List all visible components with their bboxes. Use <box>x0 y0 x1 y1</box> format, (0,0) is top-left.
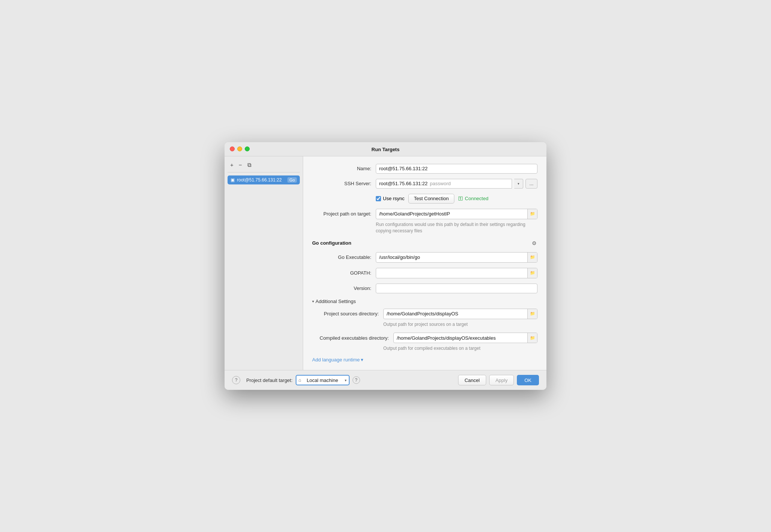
project-default-target: Project default target: ⌂ Local machine … <box>246 375 360 385</box>
ellipsis-label: ... <box>530 181 534 186</box>
minimize-window-button[interactable] <box>237 147 242 152</box>
version-control <box>376 284 537 293</box>
name-input[interactable] <box>376 164 537 174</box>
project-sources-browse-button[interactable]: 📁 <box>527 309 537 319</box>
gear-button[interactable]: ⚙ <box>531 239 537 247</box>
additional-settings-title: Additional Settings <box>316 299 356 304</box>
project-sources-control: 📁 <box>383 309 537 319</box>
project-path-browse-button[interactable]: 📁 <box>527 209 537 219</box>
folder-icon-go: 📁 <box>530 255 535 260</box>
dialog-body: + − ⧉ ▣ root@51.75.66.131:22 Go Name: <box>225 156 546 370</box>
ssh-server-value: root@51.75.66.131:22 <box>379 181 428 186</box>
sidebar-item-ssh[interactable]: ▣ root@51.75.66.131:22 Go <box>228 175 300 184</box>
folder-icon-exec: 📁 <box>530 336 535 340</box>
run-targets-dialog: Run Targets + − ⧉ ▣ root@51.75.66.131:22… <box>225 142 546 390</box>
version-label: Version: <box>312 285 376 291</box>
use-rsync-checkbox[interactable] <box>376 196 381 201</box>
go-config-section-header: Go configuration ⚙ <box>312 239 537 247</box>
remove-target-button[interactable]: − <box>237 161 244 169</box>
help-button-target[interactable]: ? <box>353 376 360 384</box>
project-sources-label: Project sources directory: <box>320 311 383 317</box>
connected-icon: ⚿ <box>458 196 463 201</box>
project-path-input[interactable] <box>376 209 527 219</box>
add-target-button[interactable]: + <box>228 161 235 169</box>
footer-right: Cancel Apply OK <box>458 375 539 385</box>
copy-icon: ⧉ <box>247 162 252 168</box>
name-control <box>376 164 537 174</box>
ssh-ellipsis-button[interactable]: ... <box>525 179 537 189</box>
project-path-row: Project path on target: 📁 <box>312 209 537 219</box>
test-connection-button[interactable]: Test Connection <box>408 194 454 204</box>
folder-icon: 📁 <box>530 211 535 216</box>
project-sources-hint: Output path for project sources on a tar… <box>320 321 537 328</box>
test-connection-label: Test Connection <box>414 196 449 201</box>
traffic-lights <box>230 147 250 152</box>
use-rsync-label: Use rsync <box>383 196 405 201</box>
ssh-server-sub: password <box>430 181 451 186</box>
project-path-label: Project path on target: <box>312 211 376 217</box>
folder-icon-sources: 📁 <box>530 311 535 316</box>
help-icon-target: ? <box>355 377 357 383</box>
dialog-title: Run Targets <box>372 147 400 152</box>
compiled-exec-browse-button[interactable]: 📁 <box>527 333 537 343</box>
sidebar-item-label: root@51.75.66.131:22 <box>237 177 282 183</box>
help-icon-left: ? <box>235 377 238 383</box>
add-language-row: Add language runtime ▾ <box>312 357 537 363</box>
sidebar: + − ⧉ ▣ root@51.75.66.131:22 Go <box>225 156 303 370</box>
chevron-down-icon: ▾ <box>361 357 363 363</box>
gopath-browse-button[interactable]: 📁 <box>527 268 537 278</box>
go-executable-row: Go Executable: 📁 <box>312 252 537 263</box>
sidebar-toolbar: + − ⧉ <box>228 159 300 172</box>
ssh-dropdown-button[interactable]: ▾ <box>514 179 523 189</box>
project-sources-row: Project sources directory: 📁 <box>320 309 537 319</box>
gopath-input[interactable] <box>376 268 527 278</box>
go-executable-control: 📁 <box>376 252 537 263</box>
add-language-label: Add language runtime <box>312 357 360 363</box>
project-path-control: 📁 <box>376 209 537 219</box>
ssh-server-control: root@51.75.66.131:22 password ▾ ... <box>376 179 537 189</box>
ssh-select-wrapper: root@51.75.66.131:22 password ▾ <box>376 179 523 189</box>
add-language-link[interactable]: Add language runtime ▾ <box>312 357 537 363</box>
go-executable-browse-button[interactable]: 📁 <box>527 253 537 262</box>
close-window-button[interactable] <box>230 147 235 152</box>
minus-icon: − <box>239 162 242 168</box>
target-select-container: ⌂ Local machine ▾ <box>296 375 350 385</box>
version-input[interactable] <box>376 284 537 293</box>
project-default-label: Project default target: <box>246 377 293 383</box>
maximize-window-button[interactable] <box>245 147 250 152</box>
compiled-exec-hint: Output path for compiled executables on … <box>320 345 537 352</box>
target-select[interactable]: Local machine <box>296 375 350 385</box>
folder-icon-gopath: 📁 <box>530 270 535 275</box>
use-rsync-group: Use rsync <box>376 196 405 201</box>
plus-icon: + <box>230 162 234 168</box>
compiled-exec-label: Compiled executables directory: <box>320 335 393 341</box>
project-sources-input[interactable] <box>384 309 527 319</box>
apply-button[interactable]: Apply <box>489 375 514 385</box>
ssh-server-label: SSH Server: <box>312 181 376 186</box>
compiled-exec-row: Compiled executables directory: 📁 <box>320 333 537 343</box>
project-path-input-wrapper: 📁 <box>376 209 537 219</box>
additional-settings-header: ▾ Additional Settings <box>312 299 537 304</box>
go-executable-input-wrapper: 📁 <box>376 252 537 263</box>
name-row: Name: <box>312 164 537 174</box>
collapse-arrow-icon[interactable]: ▾ <box>312 299 314 303</box>
dialog-footer: ? Project default target: ⌂ Local machin… <box>225 370 546 390</box>
connected-status: ⚿ Connected <box>458 196 488 201</box>
additional-settings-content: Project sources directory: 📁 Output path… <box>312 309 537 352</box>
project-sources-input-wrapper: 📁 <box>383 309 537 319</box>
rsync-row: Use rsync Test Connection ⚿ Connected <box>312 194 537 204</box>
copy-target-button[interactable]: ⧉ <box>246 161 253 169</box>
gopath-label: GOPATH: <box>312 270 376 276</box>
ssh-server-display[interactable]: root@51.75.66.131:22 password <box>376 179 512 189</box>
compiled-exec-input[interactable] <box>394 333 527 343</box>
name-label: Name: <box>312 166 376 171</box>
footer-left: ? Project default target: ⌂ Local machin… <box>232 375 360 385</box>
cancel-button[interactable]: Cancel <box>458 375 486 385</box>
project-path-hint: Run configurations would use this path b… <box>312 221 537 234</box>
help-button-left[interactable]: ? <box>232 376 240 384</box>
go-executable-input[interactable] <box>376 253 527 262</box>
compiled-exec-input-wrapper: 📁 <box>393 333 537 343</box>
ok-button[interactable]: OK <box>517 375 539 385</box>
ssh-target-icon: ▣ <box>231 177 235 183</box>
ssh-server-row: SSH Server: root@51.75.66.131:22 passwor… <box>312 179 537 189</box>
